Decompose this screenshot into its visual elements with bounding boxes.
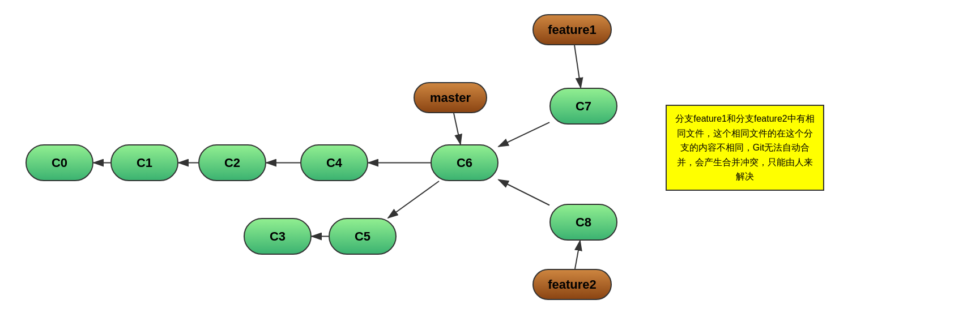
node-feature1: feature1 — [532, 14, 612, 45]
node-C1: C1 — [110, 144, 178, 181]
node-master: master — [414, 82, 487, 113]
svg-line-8 — [388, 181, 439, 218]
svg-line-5 — [498, 122, 549, 147]
svg-line-10 — [574, 45, 581, 88]
node-feature2: feature2 — [532, 269, 612, 300]
node-C4: C4 — [300, 144, 368, 181]
tooltip-text: 分支feature1和分支feature2中有相同文件，这个相同文件的在这个分支… — [675, 114, 814, 181]
conflict-tooltip: 分支feature1和分支feature2中有相同文件，这个相同文件的在这个分支… — [666, 105, 824, 191]
svg-line-9 — [454, 113, 461, 144]
node-C5: C5 — [329, 218, 397, 255]
node-C8: C8 — [549, 204, 617, 241]
node-C2: C2 — [198, 144, 266, 181]
node-C7: C7 — [549, 88, 617, 125]
svg-line-6 — [498, 180, 549, 205]
node-C3: C3 — [244, 218, 312, 255]
node-C0: C0 — [25, 144, 93, 181]
svg-line-11 — [575, 241, 580, 269]
node-C6: C6 — [431, 144, 498, 181]
